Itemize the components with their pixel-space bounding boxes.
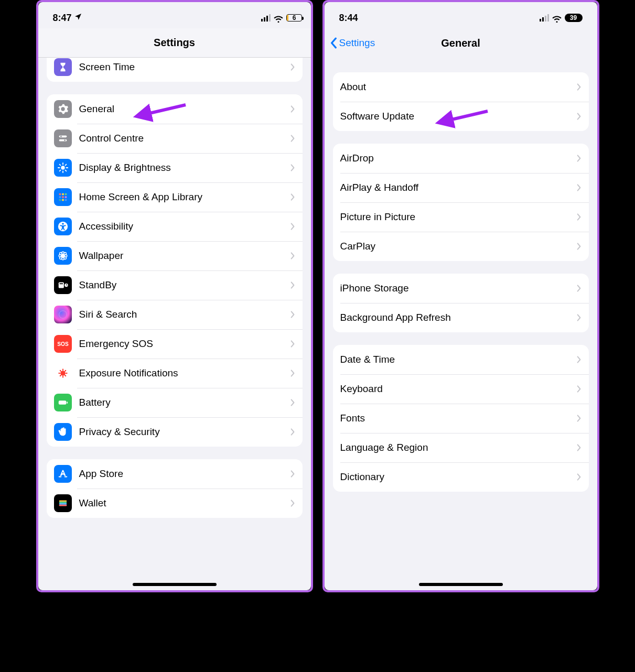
svg-point-30 <box>59 253 62 255</box>
general-row-software-update[interactable]: Software Update <box>333 102 589 131</box>
standby-icon <box>54 276 72 294</box>
svg-point-39 <box>59 311 67 319</box>
svg-point-25 <box>61 255 64 257</box>
svg-rect-58 <box>58 400 66 404</box>
chevron-right-icon <box>290 428 295 436</box>
row-label: About <box>340 81 576 93</box>
general-row-picture-in-picture[interactable]: Picture in Picture <box>333 202 589 232</box>
svg-rect-15 <box>62 193 64 196</box>
row-label: Software Update <box>340 111 576 122</box>
row-label: Battery <box>79 397 290 408</box>
general-row-airplay-handoff[interactable]: AirPlay & Handoff <box>333 173 589 202</box>
siri-icon <box>54 306 72 323</box>
settings-row-control-centre[interactable]: Control Centre <box>47 124 303 153</box>
settings-row-screen-time[interactable]: Screen Time <box>47 58 303 82</box>
settings-row-display-brightness[interactable]: Display & Brightness <box>47 153 303 182</box>
svg-point-24 <box>62 223 64 225</box>
nav-header: Settings General <box>325 28 597 58</box>
svg-line-10 <box>59 165 60 166</box>
svg-rect-22 <box>64 199 67 201</box>
general-list[interactable]: AboutSoftware UpdateAirDropAirPlay & Han… <box>325 58 597 590</box>
settings-row-wallpaper[interactable]: Wallpaper <box>47 241 303 270</box>
back-label: Settings <box>339 37 375 49</box>
settings-row-app-store[interactable]: App Store <box>47 459 303 489</box>
general-row-fonts[interactable]: Fonts <box>333 404 589 433</box>
row-label: Screen Time <box>79 61 290 73</box>
general-row-carplay[interactable]: CarPlay <box>333 232 589 261</box>
general-row-keyboard[interactable]: Keyboard <box>333 374 589 404</box>
settings-row-standby[interactable]: StandBy <box>47 270 303 300</box>
row-label: Background App Refresh <box>340 312 576 323</box>
chevron-right-icon <box>290 281 295 289</box>
general-group: AboutSoftware Update <box>333 72 589 131</box>
chevron-right-icon <box>576 473 582 481</box>
status-time: 8:47 <box>53 13 72 24</box>
row-label: Home Screen & App Library <box>79 191 290 203</box>
chevron-right-icon <box>576 83 582 91</box>
settings-row-privacy-security[interactable]: Privacy & Security <box>47 417 303 447</box>
general-row-about[interactable]: About <box>333 72 589 102</box>
row-label: Accessibility <box>79 221 290 232</box>
settings-row-wallet[interactable]: Wallet <box>47 489 303 518</box>
settings-row-siri-search[interactable]: Siri & Search <box>47 300 303 329</box>
settings-row-accessibility[interactable]: Accessibility <box>47 212 303 241</box>
svg-point-2 <box>60 136 61 137</box>
general-row-background-refresh[interactable]: Background App Refresh <box>333 303 589 332</box>
settings-row-home-screen[interactable]: Home Screen & App Library <box>47 182 303 212</box>
svg-point-51 <box>62 376 63 377</box>
general-row-language-region[interactable]: Language & Region <box>333 433 589 462</box>
svg-line-13 <box>65 165 66 166</box>
svg-rect-35 <box>59 283 62 284</box>
battery-icon <box>54 394 72 411</box>
chevron-right-icon <box>290 398 295 407</box>
battery-percent: 39 <box>570 14 577 21</box>
chevron-right-icon <box>290 470 295 478</box>
general-row-airdrop[interactable]: AirDrop <box>333 144 589 173</box>
svg-rect-65 <box>59 505 67 506</box>
svg-line-12 <box>59 170 60 171</box>
cellular-signal-icon <box>261 14 271 21</box>
row-label: Keyboard <box>340 383 576 395</box>
svg-point-57 <box>64 370 66 371</box>
location-arrow-icon <box>74 13 82 24</box>
home-indicator[interactable] <box>419 583 503 586</box>
settings-row-emergency-sos[interactable]: SOSEmergency SOS <box>47 329 303 359</box>
settings-list[interactable]: Screen TimeGeneralControl CentreDisplay … <box>38 58 311 590</box>
chevron-right-icon <box>576 414 582 422</box>
general-row-iphone-storage[interactable]: iPhone Storage <box>333 274 589 303</box>
chevron-right-icon <box>290 164 295 172</box>
row-label: iPhone Storage <box>340 283 576 294</box>
home-indicator[interactable] <box>133 583 217 586</box>
general-group: AirDropAirPlay & HandoffPicture in Pictu… <box>333 144 589 261</box>
settings-row-general[interactable]: General <box>47 94 303 124</box>
general-row-dictionary[interactable]: Dictionary <box>333 462 589 492</box>
chevron-right-icon <box>290 340 295 348</box>
svg-rect-1 <box>59 136 67 138</box>
settings-row-battery[interactable]: Battery <box>47 388 303 417</box>
svg-text:SOS: SOS <box>57 341 69 347</box>
svg-point-56 <box>59 375 60 376</box>
settings-row-exposure-notifications[interactable]: Exposure Notifications <box>47 359 303 388</box>
chevron-right-icon <box>290 193 295 201</box>
battery-icon: 39 <box>565 14 583 22</box>
chevron-right-icon <box>290 222 295 231</box>
row-label: AirPlay & Handoff <box>340 182 576 193</box>
phone-right-general: 8:44 39 Settings General AboutSoftware U… <box>325 2 597 590</box>
chevron-right-icon <box>576 313 582 322</box>
svg-rect-63 <box>59 502 67 503</box>
row-label: Control Centre <box>79 133 290 144</box>
svg-point-53 <box>66 373 67 374</box>
hourglass-icon <box>54 58 72 76</box>
row-label: Emergency SOS <box>79 338 290 350</box>
back-button[interactable]: Settings <box>330 28 375 58</box>
nav-header: Settings <box>38 28 311 58</box>
chevron-right-icon <box>290 499 295 507</box>
flower-icon <box>54 247 72 265</box>
row-label: StandBy <box>79 279 290 291</box>
svg-rect-62 <box>59 501 67 502</box>
row-label: CarPlay <box>340 241 576 252</box>
status-bar: 8:47 6 <box>38 2 311 28</box>
wifi-icon <box>552 14 562 21</box>
svg-rect-16 <box>64 193 67 196</box>
general-row-date-time[interactable]: Date & Time <box>333 345 589 374</box>
